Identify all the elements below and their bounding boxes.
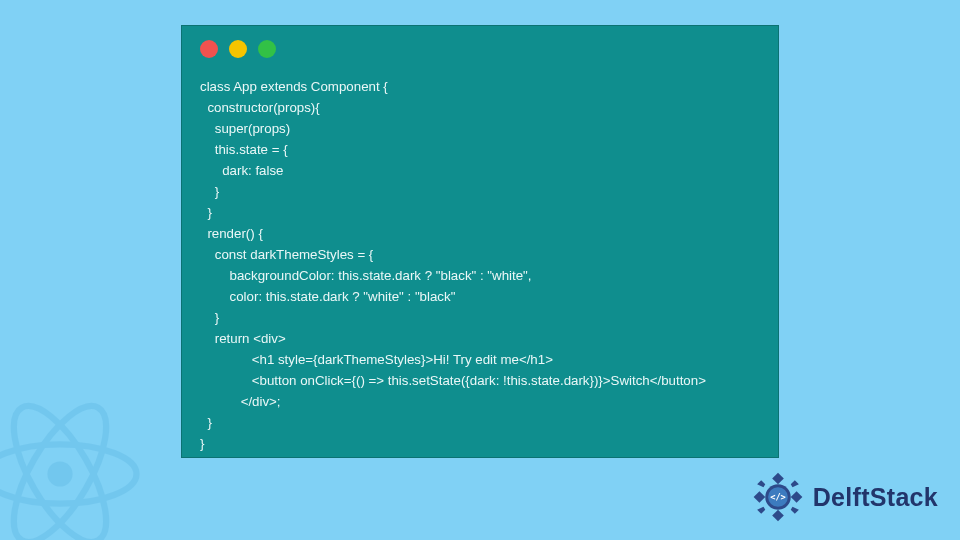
- window-zoom-icon: [258, 40, 276, 58]
- svg-marker-4: [772, 473, 784, 485]
- code-block: class App extends Component { constructo…: [182, 58, 778, 454]
- delftstack-logo-icon: </>: [749, 468, 807, 526]
- svg-marker-6: [753, 491, 765, 503]
- brand: </> DelftStack: [749, 468, 938, 526]
- svg-marker-9: [757, 507, 765, 514]
- svg-marker-11: [757, 480, 765, 487]
- window-traffic-lights: [182, 26, 778, 58]
- svg-text:</>: </>: [770, 492, 786, 502]
- svg-marker-5: [772, 510, 784, 522]
- svg-marker-7: [790, 491, 802, 503]
- brand-name: DelftStack: [813, 483, 938, 512]
- svg-marker-10: [790, 507, 798, 514]
- svg-point-0: [47, 461, 72, 486]
- code-window: class App extends Component { constructo…: [181, 25, 779, 458]
- window-minimize-icon: [229, 40, 247, 58]
- window-close-icon: [200, 40, 218, 58]
- svg-marker-8: [790, 480, 798, 487]
- react-icon: [0, 384, 150, 540]
